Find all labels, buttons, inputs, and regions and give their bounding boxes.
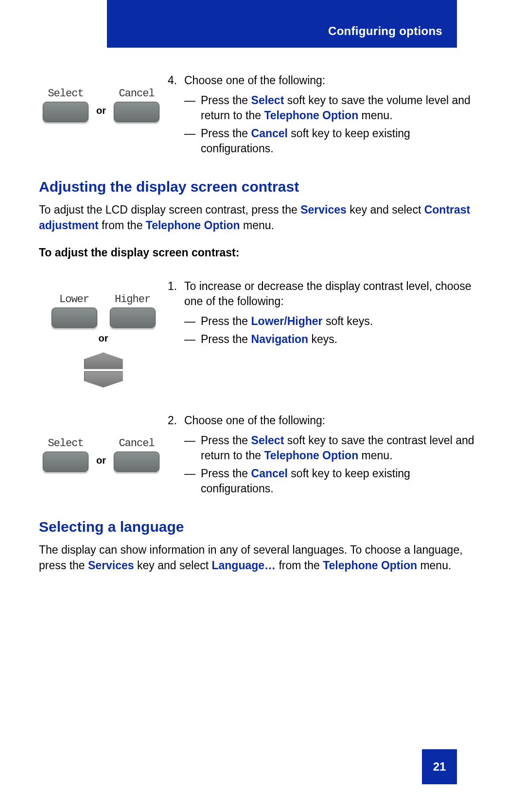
stepa1-opt-b: Press the Navigation keys. <box>201 332 337 347</box>
step-number: 1. <box>168 279 184 309</box>
cancel-key-label: Cancel <box>119 437 154 450</box>
dash-icon: — <box>184 433 201 463</box>
select-softkey[interactable] <box>43 102 88 122</box>
navigation-keys <box>84 352 123 389</box>
lower-softkey[interactable] <box>52 307 97 328</box>
stepa2-opt-a: Press the Select soft key to save the co… <box>201 433 476 463</box>
select-softkey[interactable] <box>43 451 88 472</box>
select-cancel-keys: Select or Cancel <box>39 88 168 122</box>
cancel-softkey[interactable] <box>114 102 159 122</box>
dash-icon: — <box>184 332 201 347</box>
step4-opt-a: Press the Select soft key to save the vo… <box>201 93 476 123</box>
section-contrast-title: Adjusting the display screen contrast <box>39 179 476 195</box>
nav-up-key[interactable] <box>84 353 123 369</box>
select-key-label: Select <box>48 88 83 100</box>
section-contrast-subhead: To adjust the display screen contrast: <box>39 246 476 259</box>
section-contrast-intro: To adjust the LCD display screen contras… <box>39 202 476 233</box>
cancel-key-label: Cancel <box>119 88 154 100</box>
page-number: 21 <box>433 760 446 774</box>
select-cancel-keys-2: Select or Cancel <box>39 437 168 472</box>
step-lead: To increase or decrease the display cont… <box>184 279 476 309</box>
or-label: or <box>96 105 106 122</box>
stepa1-opt-a: Press the Lower/Higher soft keys. <box>201 314 373 329</box>
or-label: or <box>99 333 108 344</box>
cancel-softkey[interactable] <box>114 451 159 472</box>
dash-icon: — <box>184 314 201 329</box>
step-number: 2. <box>168 413 184 428</box>
stepa2-opt-b: Press the Cancel soft key to keep existi… <box>201 466 476 496</box>
nav-down-key[interactable] <box>84 371 123 388</box>
header-title: Configuring options <box>328 24 442 38</box>
section-language-title: Selecting a language <box>39 519 476 535</box>
step-lead: Choose one of the following: <box>184 73 325 88</box>
header-bar: Configuring options <box>107 0 457 48</box>
section-language-intro: The display can show information in any … <box>39 542 476 573</box>
step-4-row: Select or Cancel 4. Choose one of the fo… <box>39 73 476 159</box>
dash-icon: — <box>184 126 201 156</box>
select-key-label: Select <box>48 437 83 450</box>
higher-softkey[interactable] <box>110 307 156 328</box>
dash-icon: — <box>184 466 201 496</box>
or-label: or <box>96 455 106 472</box>
step4-opt-b: Press the Cancel soft key to keep existi… <box>201 126 476 156</box>
higher-key-label: Higher <box>115 293 150 306</box>
lower-key-label: Lower <box>59 293 89 306</box>
dash-icon: — <box>184 93 201 123</box>
step-a2-row: Select or Cancel 2. Choose one of the fo… <box>39 413 476 499</box>
page-number-badge: 21 <box>422 749 457 784</box>
step-a1-row: Lower Higher or 1. To increase o <box>39 279 476 389</box>
step-number: 4. <box>168 73 184 88</box>
step-lead: Choose one of the following: <box>184 413 325 428</box>
